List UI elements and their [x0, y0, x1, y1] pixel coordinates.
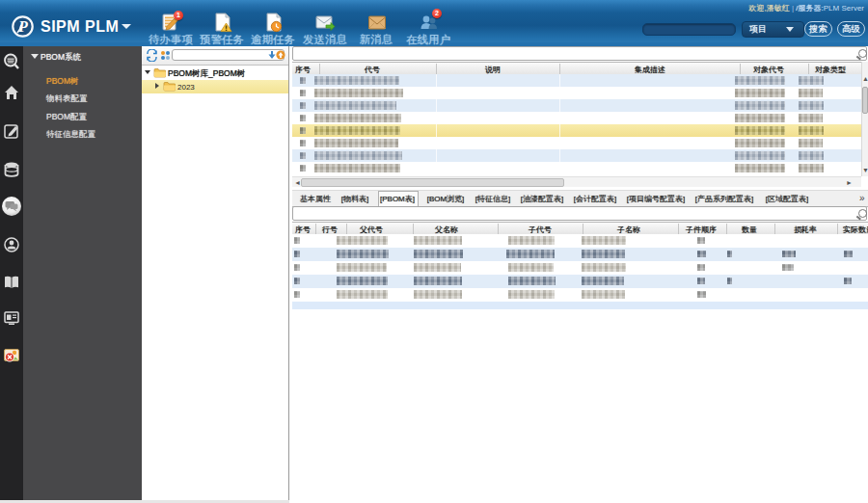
svg-text:P: P — [17, 18, 28, 35]
